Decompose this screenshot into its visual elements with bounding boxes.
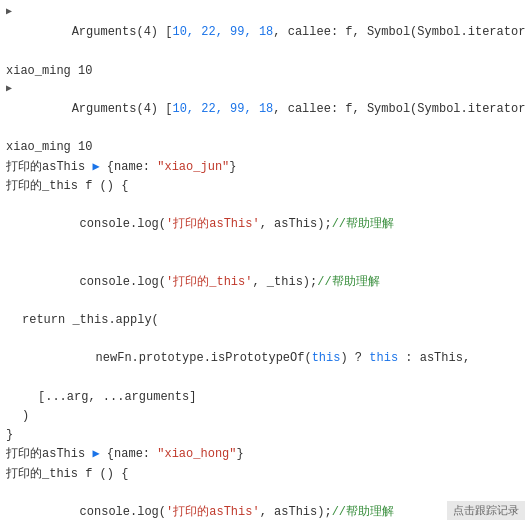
- console-line-15: 打印的_this f () {: [6, 465, 519, 484]
- line-5-text: 打印的asThis ▶ {name: "xiao_jun"}: [6, 158, 236, 177]
- expand-icon-3[interactable]: [6, 81, 12, 97]
- bottom-bar-text: 点击跟踪记录: [453, 505, 519, 517]
- console-line-9: return _this.apply(: [6, 311, 519, 330]
- console-line-5: 打印的asThis ▶ {name: "xiao_jun"}: [6, 158, 519, 177]
- console-line-10: newFn.prototype.isPrototypeOf(this) ? th…: [6, 330, 519, 388]
- line-11-text: [...arg, ...arguments]: [38, 388, 196, 407]
- line-1-text: Arguments(4) [10, 22, 99, 18, callee: f,…: [14, 4, 525, 62]
- console-line-1[interactable]: Arguments(4) [10, 22, 99, 18, callee: f,…: [6, 4, 519, 62]
- line-9-text: return _this.apply(: [22, 311, 159, 330]
- line-14-text: 打印的asThis ▶ {name: "xiao_hong"}: [6, 445, 244, 464]
- line-3-text: Arguments(4) [10, 22, 99, 18, callee: f,…: [14, 81, 525, 139]
- expand-icon-1[interactable]: [6, 4, 12, 20]
- console-line-2: xiao_ming 10: [6, 62, 519, 81]
- console-container: Arguments(4) [10, 22, 99, 18, callee: f,…: [0, 0, 525, 520]
- line-12-text: ): [22, 407, 29, 426]
- console-line-6: 打印的_this f () {: [6, 177, 519, 196]
- console-line-12: ): [6, 407, 519, 426]
- line-4-text: xiao_ming 10: [6, 138, 92, 157]
- line-16-text: console.log('打印的asThis', asThis);//帮助理解: [22, 484, 394, 520]
- console-line-8: console.log('打印的_this', _this);//帮助理解: [6, 253, 519, 311]
- line-13-text: }: [6, 426, 13, 445]
- line-15-text: 打印的_this f () {: [6, 465, 128, 484]
- console-output: Arguments(4) [10, 22, 99, 18, callee: f,…: [0, 0, 525, 520]
- bottom-bar: 点击跟踪记录: [447, 501, 525, 520]
- console-line-11: [...arg, ...arguments]: [6, 388, 519, 407]
- console-line-13: }: [6, 426, 519, 445]
- line-8-text: console.log('打印的_this', _this);//帮助理解: [22, 253, 380, 311]
- console-line-3[interactable]: Arguments(4) [10, 22, 99, 18, callee: f,…: [6, 81, 519, 139]
- console-line-14: 打印的asThis ▶ {name: "xiao_hong"}: [6, 445, 519, 464]
- line-7-text: console.log('打印的asThis', asThis);//帮助理解: [22, 196, 394, 254]
- console-line-7: console.log('打印的asThis', asThis);//帮助理解: [6, 196, 519, 254]
- line-6-text: 打印的_this f () {: [6, 177, 128, 196]
- console-line-4: xiao_ming 10: [6, 138, 519, 157]
- line-10-text: newFn.prototype.isPrototypeOf(this) ? th…: [38, 330, 470, 388]
- console-line-16: console.log('打印的asThis', asThis);//帮助理解: [6, 484, 519, 520]
- line-2-text: xiao_ming 10: [6, 62, 92, 81]
